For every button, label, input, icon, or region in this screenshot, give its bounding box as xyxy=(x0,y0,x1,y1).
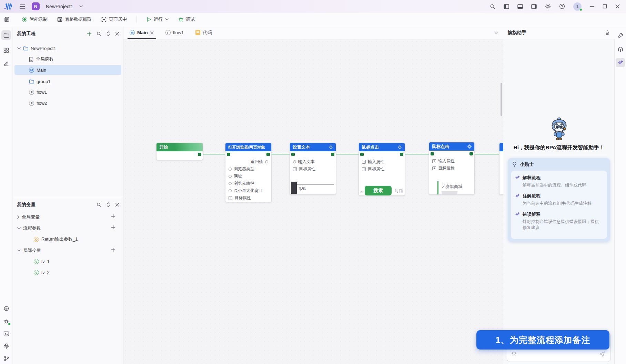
tab-flow1[interactable]: F flow1 xyxy=(165,26,184,39)
locate-target-icon[interactable] xyxy=(398,145,402,149)
close-panel-icon[interactable] xyxy=(115,31,119,36)
ai-assistant-sparkle-icon[interactable] xyxy=(616,58,625,67)
clipboard-icon[interactable] xyxy=(4,17,10,22)
expand-param-icon[interactable] xyxy=(229,196,232,200)
canvas-scrollbar[interactable] xyxy=(501,83,502,116)
expand-param-icon[interactable] xyxy=(293,167,297,171)
caret-right-icon[interactable] xyxy=(17,215,19,219)
caret-down-icon[interactable] xyxy=(17,227,21,229)
tab-list-dropdown-icon[interactable] xyxy=(494,30,498,34)
annotate-pen-icon[interactable] xyxy=(1,59,11,68)
collapse-all-icon[interactable] xyxy=(106,31,110,36)
git-branch-icon[interactable] xyxy=(1,354,11,363)
terminal-icon[interactable] xyxy=(1,329,11,338)
components-icon[interactable] xyxy=(1,46,11,55)
table-capture-button[interactable]: 表格数据抓取 xyxy=(57,16,92,22)
toggle-right-panel-icon[interactable] xyxy=(531,4,537,9)
tip-error-explain[interactable]: 错误解释 针对控制台错误信息提供错误原因；提供修复建议 xyxy=(515,211,603,231)
locate-target-icon[interactable] xyxy=(467,144,472,149)
var-item-lv2[interactable]: V lv_2 xyxy=(34,267,50,277)
debug-button[interactable]: 调试 xyxy=(178,16,195,22)
expand-param-icon[interactable] xyxy=(432,159,436,163)
user-avatar[interactable]: 1 xyxy=(573,2,582,11)
tree-item-group1[interactable]: group1 xyxy=(29,77,50,86)
tree-item-project[interactable]: NewProject1 xyxy=(17,43,56,53)
layers-icon[interactable] xyxy=(616,44,625,54)
node-mouse-click-2[interactable]: 鼠标点击 输入属性 目标属性 艺赛旗商城 xyxy=(429,142,475,195)
input-port[interactable] xyxy=(431,152,434,155)
tip-annotate-flow[interactable]: 注解流程 为当前选中的流程组件/代码生成注解 xyxy=(515,193,603,207)
param-port-icon[interactable] xyxy=(293,160,296,163)
toggle-bottom-panel-icon[interactable] xyxy=(517,4,523,9)
tools-wrench-icon[interactable] xyxy=(616,31,625,40)
tip-explain-flow[interactable]: 解释流程 解释当前选中的流程、组件或代码 xyxy=(515,175,603,189)
var-group-params[interactable]: 流程参数 xyxy=(17,223,41,233)
input-port[interactable] xyxy=(227,153,230,156)
flow-canvas[interactable]: 开始 打开浏览器/网页对象 返回值 浏览器类型 网址 浏览器路径 是否最大化窗口… xyxy=(123,39,503,364)
param-port-icon[interactable] xyxy=(265,160,268,163)
var-group-global[interactable]: 全局变量 xyxy=(17,212,40,222)
expand-param-icon[interactable] xyxy=(432,166,436,170)
input-port[interactable] xyxy=(360,153,364,156)
param-port-icon[interactable] xyxy=(229,175,232,178)
settings-gear-icon[interactable] xyxy=(545,3,551,9)
add-variable-icon[interactable] xyxy=(111,214,115,219)
tab-main[interactable]: M Main xyxy=(130,26,154,39)
clear-chat-broom-icon[interactable] xyxy=(605,30,610,35)
var-item-return[interactable]: O Return输出参数_1 xyxy=(34,234,78,244)
run-button[interactable]: 运行 xyxy=(147,16,169,22)
python-icon[interactable] xyxy=(1,341,11,351)
run-dropdown-icon[interactable] xyxy=(165,18,169,20)
help-icon[interactable] xyxy=(559,3,565,9)
project-explorer-icon[interactable] xyxy=(1,30,11,40)
search-icon[interactable] xyxy=(97,31,101,36)
node-mouse-click-1[interactable]: 鼠标点击 输入属性 目标属性 × 搜索 时间 xyxy=(359,143,405,196)
locate-target-icon[interactable] xyxy=(329,145,333,149)
var-item-lv1[interactable]: V lv_1 xyxy=(34,256,50,266)
online-status-dot xyxy=(579,8,582,11)
param-port-icon[interactable] xyxy=(229,189,232,192)
output-port[interactable] xyxy=(331,153,334,156)
var-group-local[interactable]: 局部变量 xyxy=(17,246,41,255)
expand-param-icon[interactable] xyxy=(362,160,366,164)
node-clipped[interactable] xyxy=(499,143,503,195)
caret-down-icon[interactable] xyxy=(17,47,21,49)
input-port[interactable] xyxy=(291,153,295,156)
tree-item-flow2[interactable]: F flow2 xyxy=(29,98,47,108)
collapse-all-icon[interactable] xyxy=(106,202,110,207)
add-variable-icon[interactable] xyxy=(111,247,115,252)
caret-down-icon[interactable] xyxy=(17,250,21,252)
add-icon[interactable] xyxy=(87,31,92,36)
output-port[interactable] xyxy=(198,153,201,156)
output-port[interactable] xyxy=(266,153,270,156)
expand-param-icon[interactable] xyxy=(362,167,366,171)
maximize-button[interactable] xyxy=(603,4,607,9)
close-panel-icon[interactable] xyxy=(115,202,119,207)
debug-panel-icon[interactable] xyxy=(1,316,11,326)
tab-code[interactable]: 代码 xyxy=(195,26,212,39)
toggle-left-panel-icon[interactable] xyxy=(504,4,509,9)
run-history-icon[interactable] xyxy=(1,304,11,313)
param-port-icon[interactable] xyxy=(229,182,232,185)
node-set-text[interactable]: 设置文本 输入文本 目标属性 rpa xyxy=(290,143,336,195)
center-page-button[interactable]: 页面居中 xyxy=(101,16,127,22)
menu-icon[interactable] xyxy=(19,4,26,9)
tab-close-icon[interactable] xyxy=(150,31,154,34)
chevron-down-icon[interactable] xyxy=(79,5,83,8)
send-icon[interactable] xyxy=(599,351,605,357)
output-port[interactable] xyxy=(400,153,403,156)
search-icon[interactable] xyxy=(490,4,495,9)
close-button[interactable] xyxy=(615,4,620,9)
output-port[interactable] xyxy=(470,152,473,155)
tree-item-main[interactable]: M Main xyxy=(29,65,46,75)
node-open-browser[interactable]: 打开浏览器/网页对象 返回值 浏览器类型 网址 浏览器路径 是否最大化窗口 目标… xyxy=(225,143,272,202)
tree-item-flow1[interactable]: F flow1 xyxy=(29,87,47,97)
minimize-button[interactable] xyxy=(590,4,594,9)
node-start[interactable]: 开始 xyxy=(156,143,203,160)
add-variable-icon[interactable] xyxy=(111,225,115,230)
smart-record-button[interactable]: 智能录制 xyxy=(22,16,48,22)
param-port-icon[interactable] xyxy=(229,168,232,171)
project-name[interactable]: NewProject1 xyxy=(46,4,73,9)
search-icon[interactable] xyxy=(97,202,101,207)
tree-item-global-functions[interactable]: fx 全局函数 xyxy=(29,54,54,64)
